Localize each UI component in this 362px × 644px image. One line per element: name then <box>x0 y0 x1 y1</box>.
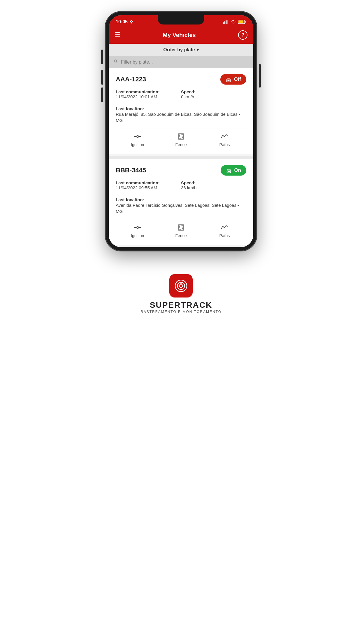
brand-name: SUPERTRACK <box>140 300 222 310</box>
car-icon-1 <box>226 168 232 173</box>
svg-rect-1 <box>224 21 226 24</box>
svg-rect-2 <box>226 20 227 24</box>
sort-label[interactable]: Order by plate <box>163 47 195 52</box>
paths-icon-1 <box>220 223 229 232</box>
info-grid-0: Last communication: 11/04/2022 10:01 AM … <box>116 89 246 103</box>
comm-label-1: Last communication: <box>116 180 181 185</box>
paths-label-1: Paths <box>219 233 230 238</box>
time-display: 10:05 <box>116 19 128 24</box>
action-row-0: Ignition Fence <box>116 129 246 149</box>
sort-bar[interactable]: Order by plate ▾ <box>109 44 253 56</box>
speed-value-1: 36 km/h <box>181 185 246 190</box>
page-wrapper: 10:05 <box>0 0 362 644</box>
status-text-1: On <box>234 167 241 173</box>
speed-value-0: 0 km/h <box>181 94 246 99</box>
phone-shell: 10:05 <box>105 12 257 251</box>
search-input[interactable] <box>121 60 249 65</box>
svg-rect-12 <box>179 135 183 138</box>
status-bar: 10:05 <box>109 15 253 27</box>
help-button[interactable]: ? <box>238 30 247 40</box>
wifi-icon <box>231 20 236 24</box>
sort-chevron-icon: ▾ <box>197 48 199 52</box>
battery-icon: ⚡ <box>238 20 246 24</box>
ignition-button-0[interactable]: Ignition <box>126 132 149 147</box>
speed-label-0: Speed: <box>181 89 246 94</box>
fence-label-1: Fence <box>175 233 187 238</box>
phone-screen: 10:05 <box>109 15 253 247</box>
ignition-label-0: Ignition <box>131 142 144 147</box>
paths-icon-0 <box>220 132 229 141</box>
speed-section-1: Speed: 36 km/h <box>181 180 246 190</box>
supertrack-logo-svg <box>174 279 188 293</box>
comm-value-0: 11/04/2022 10:01 AM <box>116 94 181 99</box>
logo-area: SUPERTRACK RASTREAMENTO E MONITORAMENTO <box>140 274 222 314</box>
location-value-0: Rua Marajó, 85, São Joaquim de Bicas, Sã… <box>116 111 246 123</box>
signal-icon <box>223 20 228 24</box>
notch <box>158 15 204 24</box>
speed-section-0: Speed: 0 km/h <box>181 89 246 99</box>
status-text-0: Off <box>234 76 241 82</box>
status-right: ⚡ <box>223 20 246 24</box>
location-label-0: Last location: <box>116 106 246 111</box>
comm-section-0: Last communication: 11/04/2022 10:01 AM <box>116 89 181 99</box>
paths-button-0[interactable]: Paths <box>213 132 236 147</box>
vehicle-card-0: AAA-1223 Off Last communication: 11/04/2… <box>109 68 253 154</box>
car-icon-0 <box>226 77 231 82</box>
svg-point-18 <box>175 280 187 292</box>
comm-value-1: 11/04/2022 09:55 AM <box>116 185 181 190</box>
logo-icon <box>169 274 193 298</box>
search-bar <box>109 56 253 68</box>
search-icon <box>113 59 119 65</box>
app-title: My Vehicles <box>163 32 196 38</box>
location-section-1: Last location: Avenida Padre Tarcísio Go… <box>116 197 246 214</box>
fence-icon-0 <box>177 132 185 141</box>
vehicle-list: AAA-1223 Off Last communication: 11/04/2… <box>109 68 253 245</box>
svg-rect-0 <box>223 22 224 24</box>
location-value-1: Avenida Padre Tarcísio Gonçalves, Sete L… <box>116 202 246 214</box>
app-header: ☰ My Vehicles ? <box>109 27 253 44</box>
brand-tagline: RASTREAMENTO E MONITORAMENTO <box>140 310 222 314</box>
ignition-button-1[interactable]: Ignition <box>126 223 149 238</box>
fence-button-0[interactable]: Fence <box>169 132 193 147</box>
fence-label-0: Fence <box>175 142 187 147</box>
info-grid-1: Last communication: 11/04/2022 09:55 AM … <box>116 180 246 194</box>
svg-rect-17 <box>179 226 183 229</box>
card-header-1: BBB-3445 On <box>116 165 246 176</box>
svg-point-13 <box>136 227 138 229</box>
ignition-icon-1 <box>133 223 142 232</box>
svg-rect-5 <box>245 21 246 23</box>
action-row-1: Ignition Fence <box>116 220 246 240</box>
paths-label-0: Paths <box>219 142 230 147</box>
plate-0: AAA-1223 <box>116 76 146 83</box>
fence-button-1[interactable]: Fence <box>169 223 193 238</box>
status-left: 10:05 <box>116 19 133 24</box>
fence-icon-1 <box>177 223 185 232</box>
svg-point-20 <box>179 284 183 288</box>
location-label-1: Last location: <box>116 197 246 202</box>
paths-button-1[interactable]: Paths <box>213 223 236 238</box>
vehicle-card-1: BBB-3445 On Last communication: 11/04/20… <box>109 159 253 245</box>
card-header-0: AAA-1223 Off <box>116 74 246 85</box>
svg-rect-3 <box>227 20 228 24</box>
logo-text: SUPERTRACK RASTREAMENTO E MONITORAMENTO <box>140 300 222 314</box>
comm-label-0: Last communication: <box>116 89 181 94</box>
svg-point-8 <box>136 136 138 138</box>
svg-text:⚡: ⚡ <box>240 21 242 23</box>
status-badge-1: On <box>221 165 246 176</box>
location-section-0: Last location: Rua Marajó, 85, São Joaqu… <box>116 106 246 123</box>
plate-1: BBB-3445 <box>116 167 146 174</box>
ignition-icon-0 <box>133 132 142 141</box>
comm-section-1: Last communication: 11/04/2022 09:55 AM <box>116 180 181 190</box>
menu-icon[interactable]: ☰ <box>115 31 120 39</box>
ignition-label-1: Ignition <box>131 233 144 238</box>
location-icon <box>129 20 133 24</box>
card-separator <box>109 156 253 159</box>
speed-label-1: Speed: <box>181 180 246 185</box>
status-badge-0: Off <box>220 74 246 85</box>
